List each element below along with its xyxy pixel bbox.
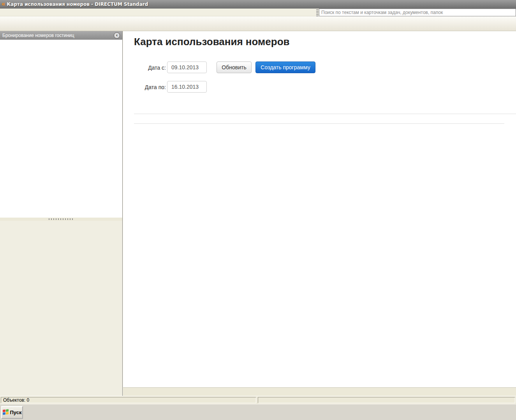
panel-header-title: Бронирование номеров гостиниц	[2, 33, 114, 38]
splitter-dots	[49, 218, 74, 220]
main-content: Карта использования номеров Дата с: Обно…	[123, 31, 516, 396]
statusbar-extra	[258, 397, 515, 403]
taskbar: Пуск	[0, 404, 516, 420]
statusbar: Объектов: 0	[0, 396, 516, 404]
windows-logo-icon	[3, 409, 9, 415]
global-search	[316, 9, 516, 16]
folder-tree	[0, 40, 122, 217]
global-search-input[interactable]	[319, 9, 516, 16]
tabs-underline	[134, 114, 516, 114]
panel-header: Бронирование номеров гостиниц ‹	[0, 31, 122, 40]
start-button[interactable]: Пуск	[1, 406, 23, 419]
splitter-handle[interactable]	[0, 217, 122, 221]
statusbar-objects: Объектов: 0	[1, 397, 256, 403]
create-program-button[interactable]: Создать программу	[255, 62, 315, 73]
collapse-panel-button[interactable]: ‹	[114, 32, 120, 39]
room-usage-gantt	[134, 123, 504, 124]
toolbar	[0, 16, 516, 31]
date-to-label: Дата по:	[139, 84, 166, 90]
date-to-input[interactable]	[167, 81, 207, 93]
left-panel-filler	[0, 221, 122, 396]
directum-logo-icon: «	[2, 0, 5, 7]
date-from-input[interactable]	[167, 62, 207, 73]
page-title: Карта использования номеров	[134, 36, 290, 48]
left-panel: Бронирование номеров гостиниц ‹	[0, 31, 123, 396]
titlebar: « Карта использования номеров - DIRECTUM…	[0, 0, 516, 9]
search-grip-handle[interactable]	[316, 9, 319, 16]
date-from-label: Дата с:	[139, 65, 166, 71]
window-title: Карта использования номеров - DIRECTUM S…	[7, 2, 148, 7]
refresh-button[interactable]: Обновить	[217, 62, 252, 73]
view-bottom-strip	[123, 387, 516, 396]
